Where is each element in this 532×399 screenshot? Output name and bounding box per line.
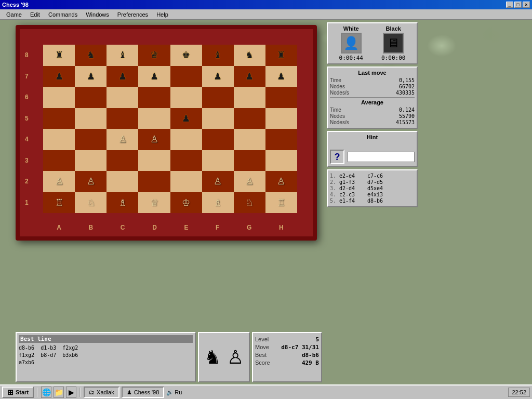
cell-1-2[interactable]: ♟ (107, 66, 138, 87)
cell-1-3[interactable]: ♟ (138, 66, 170, 87)
cell-5-4[interactable] (170, 150, 202, 171)
cell-6-0[interactable]: ♙ (43, 171, 75, 192)
cell-5-7[interactable] (265, 150, 297, 171)
move-4: 4. c2-c3 e4xi3 (330, 192, 415, 197)
cell-0-0[interactable]: ♜ (43, 45, 75, 66)
cell-4-1[interactable] (75, 129, 107, 150)
cell-3-6[interactable] (234, 108, 265, 129)
cell-0-1[interactable]: ♞ (75, 45, 107, 66)
cell-7-6[interactable]: ♘ (234, 192, 265, 214)
cell-3-5[interactable] (202, 108, 234, 129)
avg-nodes-label: Nodes (330, 113, 345, 119)
cell-4-7[interactable] (265, 129, 297, 150)
cell-1-0[interactable]: ♟ (43, 66, 75, 87)
cell-3-4[interactable]: ♟ (170, 108, 202, 129)
black-label: Black (386, 25, 401, 32)
taskbar-icon-ie[interactable]: 🌐 (41, 387, 51, 398)
cell-6-4[interactable] (170, 171, 202, 192)
cell-1-1[interactable]: ♟ (75, 66, 107, 87)
cell-0-7[interactable]: ♜ (265, 45, 297, 66)
cell-2-4[interactable] (170, 87, 202, 108)
cell-4-3[interactable]: ♙ (138, 129, 170, 150)
cell-4-6[interactable] (234, 129, 265, 150)
cell-7-2[interactable]: ♗ (107, 192, 138, 214)
cell-6-5[interactable]: ♙ (202, 171, 234, 192)
cell-0-6[interactable]: ♞ (234, 45, 265, 66)
average-title: Average (330, 99, 415, 105)
cell-7-3[interactable]: ♕ (138, 192, 170, 214)
cell-5-1[interactable] (75, 150, 107, 171)
avg-nodes-s-val: 415573 (396, 119, 415, 125)
cell-2-1[interactable] (75, 87, 107, 108)
score-row: Score 429 B (255, 360, 319, 366)
start-label: Start (16, 389, 29, 395)
cell-7-1[interactable]: ♘ (75, 192, 107, 214)
cell-0-5[interactable]: ♝ (202, 45, 234, 66)
cell-5-0[interactable] (43, 150, 75, 171)
cell-3-3[interactable] (138, 108, 170, 129)
cell-1-5[interactable]: ♟ (202, 66, 234, 87)
cell-2-5[interactable] (202, 87, 234, 108)
cell-6-6[interactable]: ♙ (234, 171, 265, 192)
menu-help[interactable]: Help (152, 10, 172, 19)
level-val: 5 (315, 336, 319, 343)
close-button[interactable]: × (523, 2, 530, 8)
piece-pawn: ♙ (227, 347, 244, 368)
cell-4-4[interactable] (170, 129, 202, 150)
cell-0-2[interactable]: ♝ (107, 45, 138, 66)
cell-5-2[interactable] (107, 150, 138, 171)
minimize-button[interactable]: _ (506, 2, 513, 8)
taskbar-icon-media[interactable]: ▶ (66, 387, 76, 398)
pieces-panel: ♞ ♙ (198, 332, 250, 382)
menu-preferences[interactable]: Preferences (113, 10, 152, 19)
time-label: Time (330, 77, 341, 83)
cell-0-4[interactable]: ♚ (170, 45, 202, 66)
cell-2-2[interactable] (107, 87, 138, 108)
white-avatar: 👤 (341, 33, 362, 54)
cell-6-2[interactable] (107, 171, 138, 192)
cell-1-4[interactable] (170, 66, 202, 87)
hint-icon[interactable]: ? (330, 150, 344, 164)
taskbar-separator-2 (79, 388, 81, 397)
cell-1-7[interactable]: ♟ (265, 66, 297, 87)
cell-7-7[interactable]: ♖ (265, 192, 297, 214)
cell-2-6[interactable] (234, 87, 265, 108)
cell-5-5[interactable] (202, 150, 234, 171)
start-button[interactable]: ⊞ Start (2, 387, 34, 398)
cell-0-3[interactable]: ♛ (138, 45, 170, 66)
last-move-title: Last move (330, 70, 415, 76)
taskbar-app-xadlak[interactable]: 🗂 Xadlak (84, 387, 119, 398)
cell-4-2[interactable]: ♙ (107, 129, 138, 150)
menu-commands[interactable]: Commands (44, 10, 82, 19)
cell-7-5[interactable]: ♗ (202, 192, 234, 214)
cell-2-7[interactable] (265, 87, 297, 108)
move-3: 3. d2-d4 d5xe4 (330, 185, 415, 191)
best-row: Best d8-b6 (255, 352, 319, 358)
cell-3-7[interactable] (265, 108, 297, 129)
cell-3-2[interactable] (107, 108, 138, 129)
cell-5-6[interactable] (234, 150, 265, 171)
menu-edit[interactable]: Edit (26, 10, 44, 19)
cell-6-3[interactable] (138, 171, 170, 192)
cell-4-5[interactable] (202, 129, 234, 150)
cell-3-1[interactable] (75, 108, 107, 129)
cell-3-0[interactable] (43, 108, 75, 129)
menu-game[interactable]: Game (2, 10, 26, 19)
maximize-button[interactable]: □ (514, 2, 522, 8)
menu-bar: Game Edit Commands Windows Preferences H… (0, 9, 532, 20)
cell-2-0[interactable] (43, 87, 75, 108)
level-row: Level 5 (255, 336, 319, 343)
menu-windows[interactable]: Windows (82, 10, 113, 19)
cell-6-1[interactable]: ♙ (75, 171, 107, 192)
cell-2-3[interactable] (138, 87, 170, 108)
hint-input[interactable] (348, 152, 415, 162)
white-player: White 👤 0:00:44 (339, 25, 363, 61)
cell-7-4[interactable]: ♔ (170, 192, 202, 214)
cell-1-6[interactable]: ♟ (234, 66, 265, 87)
taskbar-icon-folder[interactable]: 📁 (54, 387, 64, 398)
cell-4-0[interactable] (43, 129, 75, 150)
cell-5-3[interactable] (138, 150, 170, 171)
cell-6-7[interactable]: ♙ (265, 171, 297, 192)
cell-7-0[interactable]: ♖ (43, 192, 75, 214)
taskbar-app-chess[interactable]: ♟ Chess '98 (122, 387, 165, 398)
